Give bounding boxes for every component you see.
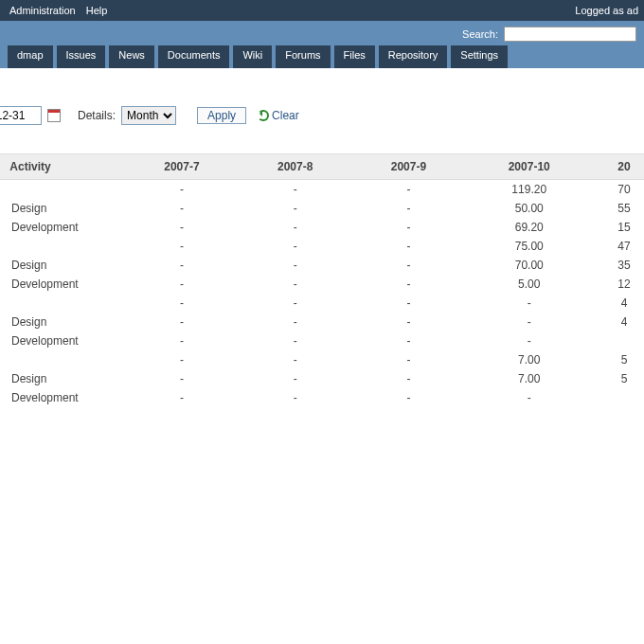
cell-value: 70 [593,180,644,200]
cell-value: 15 [593,218,644,237]
report-table: Activity 2007-7 2007-8 2007-9 2007-10 20… [0,153,644,407]
cell-value: - [239,180,352,200]
cell-value: - [352,313,466,331]
tab-files[interactable]: Files [334,45,375,68]
top-links: Administration Help [6,5,111,16]
calendar-icon[interactable] [47,109,61,122]
tab-issues[interactable]: Issues [57,45,106,68]
cell-value: - [239,388,352,407]
cell-value: - [352,369,466,388]
table-row: Design---50.0055 [0,199,644,218]
table-body: ---119.2070Design---50.0055Development--… [0,180,644,408]
cell-activity: Development [0,388,125,407]
cell-value: - [125,331,239,350]
cell-value: - [239,313,352,331]
search-label: Search: [462,28,498,40]
tab-documents[interactable]: Documents [158,45,230,68]
content: To: Details: Month Apply Clear Activity … [0,68,644,407]
cell-activity: Development [0,218,125,237]
cell-value: - [125,237,239,256]
cell-value: - [239,350,352,369]
to-date-input[interactable] [0,106,42,125]
cell-value: - [125,369,239,388]
cell-value: - [125,275,239,294]
cell-value: - [352,388,466,407]
cell-value: 69.20 [465,218,593,237]
cell-value: 5 [593,350,644,369]
cell-activity: Design [0,199,125,218]
cell-value: - [352,275,466,294]
tab-forums[interactable]: Forums [276,45,330,68]
search-input[interactable] [504,27,636,42]
cell-value: - [239,199,352,218]
cell-value: - [125,294,239,313]
main-tabs: dmap Issues News Documents Wiki Forums F… [8,45,636,68]
cell-value: - [125,256,239,275]
cell-activity: Development [0,331,125,350]
cell-value: 4 [593,294,644,313]
cell-value: 75.00 [465,237,593,256]
cell-value: - [352,199,466,218]
cell-value: - [352,331,466,350]
clear-label: Clear [272,109,299,122]
col-2007-10: 2007-10 [465,154,593,180]
tab-news[interactable]: News [109,45,154,68]
top-menu: Administration Help Logged as ad [0,0,644,21]
table-row: Development---- [0,388,644,407]
cell-activity: Development [0,275,125,294]
cell-activity: Design [0,313,125,331]
cell-value: - [239,237,352,256]
nav-help[interactable]: Help [86,5,108,16]
table-header-row: Activity 2007-7 2007-8 2007-9 2007-10 20 [0,154,644,180]
details-select[interactable]: Month [121,106,176,125]
cell-value: - [125,350,239,369]
cell-value: - [239,275,352,294]
cell-activity [0,350,125,369]
details-label: Details: [78,109,116,122]
table-row: ----4 [0,294,644,313]
cell-value: - [239,218,352,237]
clear-link[interactable]: Clear [258,109,299,122]
cell-value: 70.00 [465,256,593,275]
tab-roadmap[interactable]: dmap [8,45,53,68]
cell-value: - [465,388,593,407]
cell-value: 5.00 [465,275,593,294]
table-row: ---119.2070 [0,180,644,200]
table-row: Development---5.0012 [0,275,644,294]
cell-value [593,388,644,407]
cell-value: 119.20 [465,180,593,200]
cell-value: - [352,256,466,275]
cell-value: 47 [593,237,644,256]
cell-value: - [465,331,593,350]
cell-value: 5 [593,369,644,388]
cell-value: 35 [593,256,644,275]
table-row: Development---- [0,331,644,350]
cell-value: 50.00 [465,199,593,218]
col-2007-8: 2007-8 [239,154,352,180]
cell-value: 4 [593,313,644,331]
cell-value: - [352,294,466,313]
table-row: ---7.005 [0,350,644,369]
cell-activity [0,180,125,200]
cell-value [593,331,644,350]
tab-repository[interactable]: Repository [379,45,448,68]
cell-value: 12 [593,275,644,294]
cell-value: - [352,237,466,256]
cell-value: - [352,180,466,200]
nav-admin[interactable]: Administration [9,5,76,16]
cell-value: - [125,218,239,237]
tab-settings[interactable]: Settings [451,45,508,68]
cell-value: - [125,199,239,218]
tab-wiki[interactable]: Wiki [233,45,272,68]
cell-value: - [125,388,239,407]
table-row: Development---69.2015 [0,218,644,237]
cell-value: - [125,180,239,200]
apply-button[interactable]: Apply [197,107,246,124]
cell-value: - [352,218,466,237]
cell-value: - [239,256,352,275]
cell-value: - [239,369,352,388]
col-2007-9: 2007-9 [352,154,466,180]
filter-bar: To: Details: Month Apply Clear [0,106,644,153]
reload-icon [258,110,269,121]
table-row: Design---70.0035 [0,256,644,275]
